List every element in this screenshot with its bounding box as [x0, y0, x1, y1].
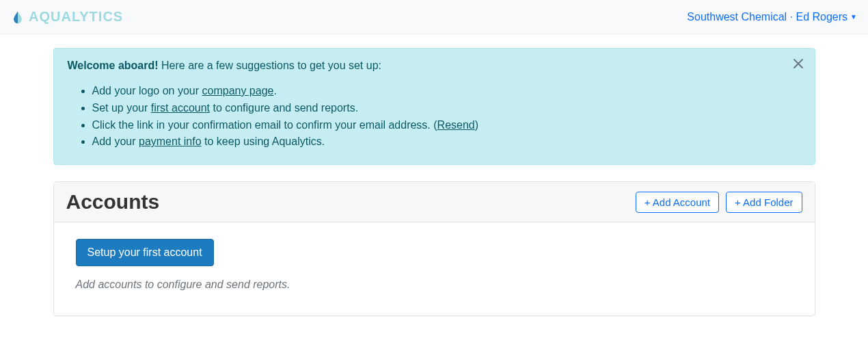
accounts-header-actions: + Add Account + Add Folder — [636, 192, 802, 213]
droplet-icon — [11, 10, 25, 24]
first-account-link[interactable]: first account — [151, 102, 210, 114]
add-folder-button[interactable]: + Add Folder — [726, 192, 802, 213]
main-content: Welcome aboard! Here are a few suggestio… — [53, 34, 815, 330]
accounts-card: Accounts + Add Account + Add Folder Setu… — [53, 181, 815, 316]
navbar: AQUALYTICS Southwest Chemical · Ed Roger… — [0, 0, 868, 34]
accounts-card-body: Setup your first account Add accounts to… — [54, 222, 815, 316]
list-item: Add your logo on your company page. — [92, 83, 801, 100]
list-item: Click the link in your confirmation emai… — [92, 117, 801, 134]
alert-suggestion-list: Add your logo on your company page. Set … — [68, 83, 801, 151]
resend-link[interactable]: Resend — [437, 119, 475, 131]
add-account-button[interactable]: + Add Account — [636, 192, 719, 213]
brand-name: AQUALYTICS — [29, 9, 123, 25]
list-item: Add your payment info to keep using Aqua… — [92, 133, 801, 151]
welcome-alert: Welcome aboard! Here are a few suggestio… — [53, 48, 815, 165]
accounts-hint: Add accounts to configure and send repor… — [76, 279, 793, 291]
alert-heading: Welcome aboard! — [68, 60, 159, 71]
user-menu[interactable]: Southwest Chemical · Ed Rogers ▼ — [687, 11, 857, 23]
accounts-card-header: Accounts + Add Account + Add Folder — [54, 182, 815, 222]
accounts-title: Accounts — [66, 190, 160, 214]
brand[interactable]: AQUALYTICS — [11, 9, 123, 25]
company-page-link[interactable]: company page — [202, 85, 274, 97]
chevron-down-icon: ▼ — [850, 13, 857, 21]
list-item: Set up your first account to configure a… — [92, 100, 801, 117]
payment-info-link[interactable]: payment info — [139, 136, 202, 147]
setup-first-account-button[interactable]: Setup your first account — [76, 239, 214, 266]
alert-subtext: Here are a few suggestions to get you se… — [161, 60, 381, 71]
close-icon[interactable] — [791, 57, 805, 70]
user-menu-label: Southwest Chemical · Ed Rogers — [687, 11, 847, 23]
